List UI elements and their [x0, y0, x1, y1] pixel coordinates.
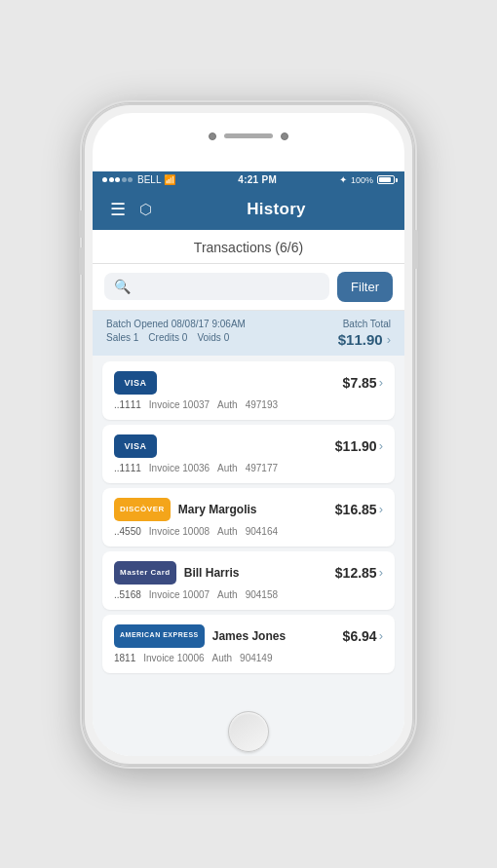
search-input[interactable]: [136, 280, 320, 294]
voids-val: 0: [224, 332, 230, 343]
txn-amount-row: $6.94 ›: [343, 628, 383, 644]
txn-top-row: AMERICAN EXPRESS James Jones $6.94 ›: [114, 624, 383, 648]
txn-chevron-icon: ›: [379, 502, 383, 516]
card-logo: VISA: [114, 434, 157, 458]
txn-last4: ..4550: [114, 526, 141, 537]
signal-dot-1: [102, 177, 107, 182]
txn-last4: 1811: [114, 653, 135, 663]
card-logo: VISA: [114, 371, 157, 395]
search-icon: 🔍: [114, 279, 131, 294]
card-logo: DISCÒVER: [114, 498, 171, 521]
batch-opened-label: Batch Opened 08/08/17 9:06AM: [106, 319, 246, 329]
txn-amount-row: $16.85 ›: [335, 502, 383, 517]
menu-icon[interactable]: ☰: [106, 197, 130, 222]
transactions-header: Transactions (6/6): [93, 230, 404, 264]
txn-auth-code: 904164: [246, 526, 278, 537]
txn-bottom-row: ..4550 Invoice 10008 Auth 904164: [114, 526, 383, 537]
txn-top-row: VISA $11.90 ›: [114, 434, 383, 458]
status-bar: BELL 📶 4:21 PM ✦ 100%: [93, 171, 404, 189]
wifi-icon: 📶: [164, 174, 175, 185]
txn-amount: $6.94: [343, 628, 377, 644]
txn-auth-label: Auth: [217, 463, 238, 473]
phone-top-detail: [209, 132, 288, 140]
link-icon[interactable]: ⬡: [139, 201, 152, 218]
batch-total-label: Batch Total: [343, 319, 391, 329]
signal-dot-4: [122, 177, 127, 182]
txn-auth-code: 497193: [246, 399, 278, 410]
txn-invoice: Invoice 10037: [149, 399, 210, 410]
camera2: [281, 132, 288, 140]
status-time: 4:21 PM: [238, 174, 277, 185]
batch-info-row[interactable]: Batch Opened 08/08/17 9:06AM Sales 1 Cre…: [93, 311, 404, 356]
txn-chevron-icon: ›: [379, 565, 383, 580]
txn-auth-label: Auth: [217, 399, 238, 410]
batch-total-amount: $11.90: [338, 331, 383, 348]
txn-auth-code: 497177: [246, 463, 278, 473]
nav-bar: ☰ ⬡ History: [93, 189, 404, 230]
battery-fill: [379, 177, 391, 182]
txn-invoice: Invoice 10036: [149, 463, 210, 473]
txn-invoice: Invoice 10006: [143, 653, 204, 663]
txn-top-row: Master Card Bill Harris $12.85 ›: [114, 561, 383, 585]
txn-amount: $16.85: [335, 502, 377, 517]
txn-auth-code: 904149: [240, 653, 272, 663]
txn-amount: $12.85: [335, 565, 377, 581]
bluetooth-icon: ✦: [339, 174, 347, 185]
txn-auth-label: Auth: [212, 653, 233, 663]
batch-stats: Sales 1 Credits 0 Voids 0: [106, 332, 246, 343]
transaction-card[interactable]: DISCÒVER Mary Margolis $16.85 › ..4550 I…: [102, 488, 395, 547]
card-logo: AMERICAN EXPRESS: [114, 624, 205, 648]
filter-button[interactable]: Filter: [337, 272, 393, 302]
phone-screen: BELL 📶 4:21 PM ✦ 100% ☰ ⬡ History: [93, 113, 404, 756]
transaction-card[interactable]: Master Card Bill Harris $12.85 › ..5168 …: [102, 551, 395, 610]
txn-invoice: Invoice 10007: [149, 589, 210, 600]
voids-label: Voids: [197, 332, 220, 343]
txn-auth-code: 904158: [246, 589, 278, 600]
volume-down-button: [79, 247, 83, 275]
battery-icon: [377, 175, 395, 184]
phone-frame: BELL 📶 4:21 PM ✦ 100% ☰ ⬡ History: [83, 103, 414, 766]
speaker: [224, 133, 273, 138]
signal-dot-5: [128, 177, 133, 182]
page-title: History: [162, 200, 391, 219]
status-right: ✦ 100%: [339, 174, 395, 185]
txn-amount: $11.90: [335, 438, 377, 454]
txn-top-row: VISA $7.85 ›: [114, 371, 383, 395]
txn-chevron-icon: ›: [379, 438, 383, 453]
signal-dot-3: [115, 177, 120, 182]
search-bar: 🔍 Filter: [93, 264, 404, 311]
transaction-card[interactable]: VISA $7.85 › ..1111 Invoice 10037 Auth 4…: [102, 361, 395, 420]
txn-last4: ..1111: [114, 399, 141, 410]
transactions-list: VISA $7.85 › ..1111 Invoice 10037 Auth 4…: [93, 356, 404, 683]
txn-amount-row: $7.85 ›: [343, 375, 383, 391]
battery-percent: 100%: [351, 175, 373, 185]
batch-right: Batch Total $11.90 ›: [338, 319, 391, 348]
txn-amount-row: $12.85 ›: [335, 565, 383, 581]
signal-dots: [102, 177, 133, 182]
card-logo: Master Card: [114, 561, 176, 585]
transaction-card[interactable]: VISA $11.90 › ..1111 Invoice 10036 Auth …: [102, 425, 395, 483]
credits-label: Credits: [148, 332, 179, 343]
credits-val: 0: [182, 332, 188, 343]
batch-total-row: $11.90 ›: [338, 331, 391, 348]
txn-chevron-icon: ›: [379, 375, 383, 390]
search-input-wrap[interactable]: 🔍: [104, 273, 329, 300]
txn-bottom-row: ..1111 Invoice 10036 Auth 497177: [114, 463, 383, 473]
screen: BELL 📶 4:21 PM ✦ 100% ☰ ⬡ History: [93, 171, 404, 756]
txn-auth-label: Auth: [217, 589, 238, 600]
batch-sales: Sales 1: [106, 332, 138, 343]
cardholder-name: James Jones: [212, 629, 286, 643]
txn-last4: ..5168: [114, 589, 141, 600]
txn-bottom-row: ..1111 Invoice 10037 Auth 497193: [114, 399, 383, 410]
cardholder-name: Bill Harris: [184, 566, 240, 580]
txn-bottom-row: ..5168 Invoice 10007 Auth 904158: [114, 589, 383, 600]
sales-label: Sales: [106, 332, 131, 343]
sales-val: 1: [134, 332, 139, 343]
transaction-card[interactable]: AMERICAN EXPRESS James Jones $6.94 › 181…: [102, 615, 395, 673]
txn-bottom-row: 1811 Invoice 10006 Auth 904149: [114, 653, 383, 663]
home-button[interactable]: [228, 711, 269, 752]
content-area: Transactions (6/6) 🔍 Filter Batch Opened…: [93, 230, 404, 756]
camera: [209, 132, 216, 140]
signal-dot-2: [109, 177, 114, 182]
power-button: [414, 230, 418, 269]
